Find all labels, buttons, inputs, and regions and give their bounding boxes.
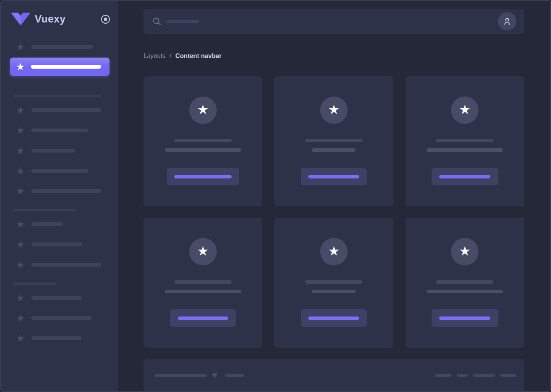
button-label-placeholder [308, 316, 359, 320]
search-icon[interactable] [153, 17, 161, 26]
sidebar-nav: ★★★★★★★★★★★★★ [1, 42, 118, 344]
main-content: Layouts / Content navbar ★★★★★★ ♥ [118, 1, 550, 391]
star-icon: ★ [15, 333, 26, 344]
card-star-avatar: ★ [451, 96, 478, 124]
card-action-button[interactable] [301, 168, 367, 185]
card-star-avatar: ★ [451, 238, 478, 265]
menu-pin-toggle-icon[interactable] [101, 15, 110, 24]
menu-label-placeholder [31, 263, 101, 267]
card-subtitle-placeholder [312, 148, 356, 152]
footer-link-placeholder[interactable] [435, 374, 451, 377]
top-navbar [143, 9, 524, 34]
breadcrumb-current: Content navbar [176, 52, 222, 59]
star-icon: ★ [15, 219, 26, 230]
card-subtitle-placeholder [312, 290, 356, 293]
sidebar-item-active[interactable]: ★ [10, 58, 110, 76]
card-action-button[interactable] [170, 309, 236, 327]
menu-label-placeholder [31, 129, 89, 132]
menu-section-placeholder [13, 95, 101, 97]
star-icon: ★ [15, 42, 26, 52]
breadcrumb-parent[interactable]: Layouts [143, 52, 166, 59]
sidebar-item[interactable]: ★ [15, 219, 109, 230]
sidebar-item[interactable]: ★ [15, 333, 109, 344]
sidebar-item[interactable]: ★ [15, 165, 109, 176]
card-title-placeholder [174, 280, 232, 284]
sidebar: Vuexy ★★★★★★★★★★★★★ [1, 1, 118, 391]
star-icon: ★ [197, 237, 208, 265]
menu-label-placeholder [31, 336, 82, 340]
sidebar-item[interactable]: ★ [15, 145, 109, 156]
sidebar-item[interactable]: ★ [15, 42, 109, 52]
cards-grid: ★★★★★★ [143, 76, 524, 348]
card-action-button[interactable] [167, 168, 239, 185]
card-action-button[interactable] [301, 309, 367, 327]
card-title-placeholder [436, 280, 493, 284]
brand: Vuexy [11, 13, 110, 26]
card-subtitle-placeholder [427, 290, 503, 293]
sidebar-item[interactable]: ★ [15, 292, 109, 303]
sidebar-item[interactable]: ★ [15, 125, 109, 136]
star-icon: ★ [459, 237, 470, 265]
footer-link-placeholder[interactable] [500, 374, 516, 377]
sidebar-item[interactable]: ★ [15, 105, 109, 116]
menu-label-placeholder [31, 296, 82, 300]
sidebar-item[interactable]: ★ [15, 239, 109, 250]
footer-text-placeholder [225, 374, 244, 377]
demo-card: ★ [274, 76, 393, 206]
sidebar-item[interactable]: ★ [15, 313, 109, 323]
button-label-placeholder [308, 175, 359, 178]
user-avatar[interactable] [498, 12, 516, 31]
menu-label-placeholder [31, 222, 63, 226]
star-icon: ★ [15, 125, 26, 136]
sidebar-item[interactable]: ★ [15, 259, 109, 270]
brand-name: Vuexy [35, 13, 66, 25]
demo-card: ★ [143, 76, 262, 206]
footer-text-placeholder [155, 374, 206, 377]
star-icon: ★ [328, 96, 340, 123]
star-icon: ★ [15, 165, 26, 176]
menu-label-placeholder [31, 65, 101, 69]
breadcrumb-separator: / [169, 52, 171, 59]
star-icon: ★ [15, 292, 26, 303]
footer-link-placeholder[interactable] [457, 374, 468, 377]
card-action-button[interactable] [432, 309, 498, 327]
demo-card: ★ [406, 76, 524, 206]
menu-section-placeholder [13, 209, 75, 211]
card-title-placeholder [174, 139, 232, 142]
menu-label-placeholder [31, 189, 101, 193]
star-icon: ★ [15, 186, 26, 196]
star-icon: ★ [15, 61, 26, 72]
app-window: Vuexy ★★★★★★★★★★★★★ Layouts / [0, 0, 551, 392]
menu-label-placeholder [31, 45, 93, 49]
card-action-button[interactable] [432, 168, 498, 185]
menu-section-placeholder [13, 283, 56, 285]
sidebar-item[interactable]: ★ [15, 186, 109, 196]
button-label-placeholder [174, 175, 232, 178]
search-placeholder-bar[interactable] [166, 20, 199, 23]
person-icon [502, 16, 512, 26]
footer-link-placeholder[interactable] [473, 374, 495, 377]
footer-card: ♥ [143, 359, 524, 391]
footer-left: ♥ [155, 371, 244, 380]
card-title-placeholder [305, 280, 362, 284]
menu-label-placeholder [31, 243, 82, 246]
star-icon: ★ [15, 145, 26, 156]
card-star-avatar: ★ [189, 238, 217, 265]
star-icon: ★ [15, 239, 26, 250]
card-subtitle-placeholder [165, 148, 241, 152]
demo-card: ★ [143, 218, 262, 348]
card-title-placeholder [436, 139, 493, 142]
star-icon: ★ [15, 313, 26, 323]
card-title-placeholder [305, 139, 362, 142]
demo-card: ★ [274, 218, 393, 348]
menu-label-placeholder [31, 316, 92, 320]
menu-label-placeholder [31, 169, 88, 173]
star-icon: ★ [328, 237, 340, 265]
button-label-placeholder [439, 316, 490, 320]
menu-label-placeholder [31, 149, 75, 153]
star-icon: ★ [459, 96, 470, 123]
button-label-placeholder [178, 316, 228, 320]
card-star-avatar: ★ [320, 238, 348, 265]
breadcrumb: Layouts / Content navbar [143, 52, 524, 59]
card-star-avatar: ★ [320, 96, 348, 124]
